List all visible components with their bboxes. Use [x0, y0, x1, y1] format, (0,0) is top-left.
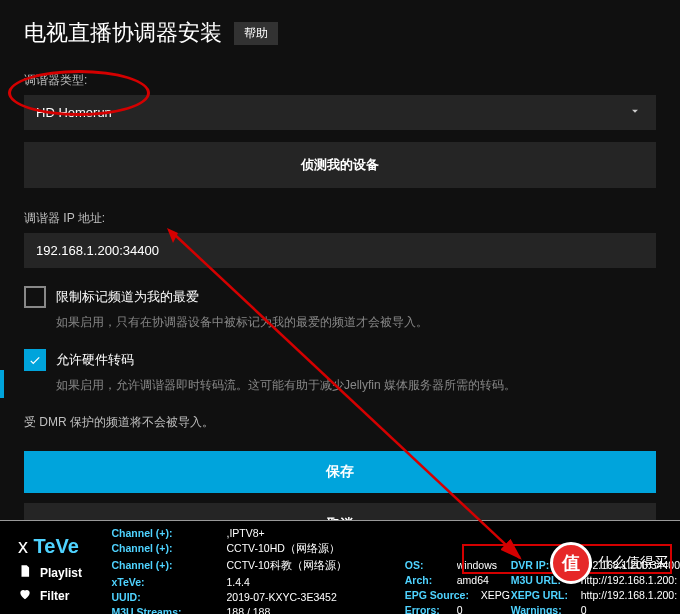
- nav-playlist[interactable]: Playlist: [18, 564, 111, 581]
- tuner-ip-input[interactable]: [24, 233, 656, 268]
- xteve-info-mid: Channel (+):,IPTV8+ Channel (+):CCTV-10H…: [111, 521, 404, 614]
- modal-title: 电视直播协调器安装: [24, 18, 222, 48]
- tuner-setup-modal: 电视直播协调器安装 帮助 调谐器类型: HD Homerun 侦测我的设备 调谐…: [0, 0, 680, 561]
- xteve-logo: x TeVe: [18, 535, 111, 558]
- info-row: EPG Source:XEPGXEPG URL:http://192.168.1…: [405, 587, 680, 602]
- watermark-text: 什么值得买: [598, 554, 668, 572]
- dmr-note: 受 DMR 保护的频道将不会被导入。: [24, 414, 656, 431]
- info-row: Channel (+):CCTV-10科教（网络源）: [111, 557, 404, 574]
- tuner-ip-label: 调谐器 IP 地址:: [24, 210, 656, 227]
- nav-playlist-label: Playlist: [40, 566, 82, 580]
- tuner-type-select[interactable]: HD Homerun: [24, 95, 656, 130]
- modal-header: 电视直播协调器安装 帮助: [24, 18, 656, 48]
- nav-filter[interactable]: Filter: [18, 587, 111, 604]
- favorite-channels-desc: 如果启用，只有在协调器设备中被标记为我的最爱的频道才会被导入。: [56, 314, 656, 331]
- hw-transcode-label: 允许硬件转码: [56, 351, 134, 369]
- nav-filter-label: Filter: [40, 589, 69, 603]
- hw-transcode-checkbox[interactable]: [24, 349, 46, 371]
- watermark: 值 什么值得买: [550, 542, 668, 584]
- info-row: Errors:0Warnings:0: [405, 602, 680, 614]
- hw-transcode-desc: 如果启用，允许调谐器即时转码流。这可能有助于减少Jellyfin 媒体服务器所需…: [56, 377, 656, 394]
- tuner-type-label: 调谐器类型:: [24, 72, 656, 89]
- hw-transcode-row: 允许硬件转码: [24, 349, 656, 371]
- info-row: UUID:2019-07-KXYC-3E3452: [111, 589, 404, 604]
- heart-icon: [18, 587, 32, 604]
- info-row: M3U Streams:188 / 188: [111, 604, 404, 614]
- document-icon: [18, 564, 32, 581]
- favorite-channels-checkbox[interactable]: [24, 286, 46, 308]
- save-button[interactable]: 保存: [24, 451, 656, 493]
- tuner-type-select-wrap: HD Homerun: [24, 95, 656, 130]
- detect-devices-button[interactable]: 侦测我的设备: [24, 142, 656, 188]
- info-row: xTeVe:1.4.4: [111, 574, 404, 589]
- favorite-channels-row: 限制标记频道为我的最爱: [24, 286, 656, 308]
- favorite-channels-label: 限制标记频道为我的最爱: [56, 288, 199, 306]
- xteve-sidebar: x TeVe Playlist Filter: [0, 521, 111, 614]
- info-row: Channel (+):CCTV-10HD（网络源）: [111, 540, 404, 557]
- info-row: Channel (+):,IPTV8+: [111, 525, 404, 540]
- brand-accent-bar: [0, 370, 4, 398]
- help-button[interactable]: 帮助: [234, 22, 278, 45]
- watermark-badge-icon: 值: [550, 542, 592, 584]
